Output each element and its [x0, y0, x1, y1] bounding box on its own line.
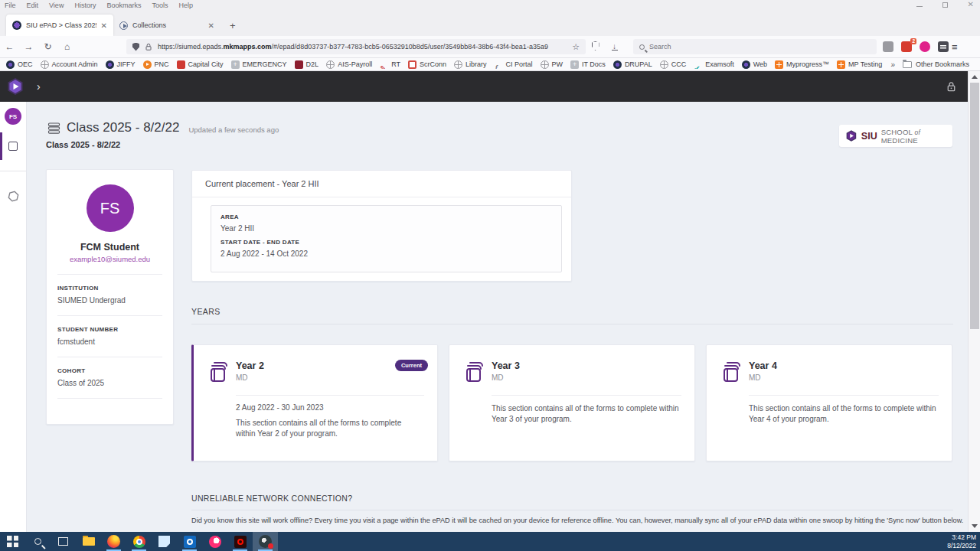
bookmark-item[interactable]: Library	[454, 60, 487, 69]
scrollbar-thumb[interactable]	[970, 83, 979, 329]
sidebar-item-dashboard[interactable]	[0, 131, 26, 161]
extension-pink-icon[interactable]	[920, 41, 930, 52]
tab-close-icon[interactable]: ✕	[101, 21, 107, 30]
extension-dark-icon[interactable]	[938, 41, 949, 52]
firefox-button[interactable]	[101, 532, 126, 551]
bookmark-star-icon[interactable]: ☆	[572, 42, 580, 52]
folder-icon	[83, 537, 95, 546]
url-text: https://siumed.epads.mkmapps.com/#/epad/…	[158, 43, 567, 51]
bookmark-label: PW	[552, 60, 564, 68]
menu-item[interactable]: History	[74, 2, 96, 9]
chrome-icon	[133, 536, 145, 548]
lock-status-icon[interactable]	[946, 80, 957, 93]
bookmark-item[interactable]: Examsoft	[694, 60, 734, 69]
taskbar-search-button[interactable]	[25, 532, 51, 551]
bookmarks-overflow-icon[interactable]: »	[890, 60, 895, 69]
tab-siu-epad[interactable]: SIU ePAD > Class 2025 - 8/2/22 ✕	[6, 15, 113, 36]
notes-app-button[interactable]	[152, 532, 177, 551]
field-label: COHORT	[57, 367, 162, 374]
tab-title: Collections	[132, 21, 204, 29]
bookmark-item[interactable]: DRUPAL	[613, 60, 652, 69]
bookmark-label: Examsoft	[705, 60, 734, 68]
camtasia-button[interactable]	[253, 532, 278, 551]
menu-item[interactable]: Edit	[27, 2, 39, 9]
home-icon[interactable]: ⌂	[57, 41, 77, 52]
taskbar-clock[interactable]: 3:42 PM 8/12/2022	[947, 532, 980, 551]
bookmark-item[interactable]: PW	[541, 60, 564, 69]
menu-item[interactable]: Help	[178, 2, 193, 9]
bookmark-item[interactable]: D2L	[295, 60, 319, 69]
bookmark-item[interactable]: EMERGENCY	[231, 60, 287, 69]
sidebar-avatar[interactable]: FS	[5, 108, 21, 125]
year-card-year4[interactable]: Year 4 MD This section contains all of t…	[706, 344, 952, 461]
url-input[interactable]: https://siumed.epads.mkmapps.com/#/epad/…	[126, 39, 586, 54]
acrobat-button[interactable]	[227, 532, 253, 551]
vertical-scrollbar[interactable]	[968, 71, 980, 532]
clock-time: 3:42 PM	[952, 533, 976, 542]
forward-icon[interactable]: →	[19, 41, 38, 52]
epad-logo-icon[interactable]	[6, 77, 24, 96]
snagit-button[interactable]	[202, 532, 227, 551]
divider	[749, 395, 939, 396]
window-minimize-icon[interactable]	[916, 3, 923, 7]
other-bookmarks-button[interactable]: Other Bookmarks	[903, 60, 969, 68]
bookmark-item[interactable]: AIS-Payroll	[326, 60, 372, 69]
bookmark-item[interactable]: IT Docs	[570, 60, 606, 69]
bookmark-item[interactable]: OEC	[6, 60, 33, 69]
scroll-up-icon[interactable]	[972, 75, 978, 79]
siu-hexagon-icon	[845, 129, 858, 143]
other-bookmarks-label: Other Bookmarks	[916, 60, 969, 68]
window-maximize-icon[interactable]	[942, 2, 948, 8]
bookmark-item[interactable]: Web	[742, 60, 767, 69]
browser-tabbar: SIU ePAD > Class 2025 - 8/2/22 ✕ Collect…	[0, 10, 980, 36]
menu-item[interactable]: Tools	[152, 2, 168, 9]
student-email-link[interactable]: example10@siumed.edu	[47, 255, 173, 263]
windows-taskbar: 3:42 PM 8/12/2022	[0, 532, 980, 551]
scroll-down-icon[interactable]	[972, 524, 978, 528]
pocket-shield-icon[interactable]	[586, 41, 605, 52]
outlook-icon	[184, 536, 196, 548]
refresh-icon[interactable]: ↻	[38, 41, 57, 52]
outlook-button[interactable]	[177, 532, 202, 551]
menu-item[interactable]: Bookmarks	[106, 2, 141, 9]
downloads-icon[interactable]: ↓	[605, 43, 624, 51]
menu-item[interactable]: File	[5, 2, 16, 9]
bookmark-favicon	[660, 60, 668, 69]
bookmark-item[interactable]: Capital City	[177, 60, 224, 69]
bookmark-item[interactable]: CI Portal	[495, 60, 533, 69]
bookmark-item[interactable]: RT	[380, 60, 400, 69]
tab-close-icon[interactable]: ✕	[208, 21, 214, 30]
extension-red-icon[interactable]: 2	[901, 41, 912, 52]
tab-collections[interactable]: Collections ✕	[113, 15, 220, 36]
bookmark-item[interactable]: PNC	[143, 60, 169, 69]
tracking-shield-icon[interactable]	[132, 43, 139, 51]
bookmark-item[interactable]: ScrConn	[408, 60, 446, 69]
search-input[interactable]: Search	[633, 39, 877, 54]
new-tab-icon[interactable]: +	[230, 20, 236, 31]
year-card-year2[interactable]: Year 2 MD Current 2 Aug 2022 - 30 Jun 20…	[191, 344, 438, 461]
extension-grey-icon[interactable]	[883, 41, 893, 52]
task-view-button[interactable]	[51, 532, 76, 551]
file-explorer-button[interactable]	[76, 532, 101, 551]
bookmark-item[interactable]: Account Admin	[41, 60, 98, 69]
current-badge: Current	[395, 360, 428, 371]
menu-item[interactable]: View	[49, 2, 64, 9]
bookmark-item[interactable]: Myprogress™	[775, 60, 829, 69]
start-button[interactable]	[0, 532, 25, 551]
bookmark-label: OEC	[18, 60, 33, 68]
books-icon	[718, 357, 746, 385]
year-card-year3[interactable]: Year 3 MD This section contains all of t…	[449, 344, 695, 461]
sidebar-item-forms[interactable]	[0, 181, 26, 211]
menu-hamburger-icon[interactable]: ≡	[952, 41, 958, 53]
sidebar-expand-icon[interactable]: ›	[37, 80, 41, 93]
bookmark-favicon	[143, 60, 152, 69]
bookmark-favicon	[837, 60, 845, 69]
window-close-icon[interactable]: ✕	[968, 1, 974, 8]
bookmark-item[interactable]: MP Testing	[837, 60, 882, 69]
bookmark-item[interactable]: CCC	[660, 60, 687, 69]
bookmark-label: EMERGENCY	[243, 60, 287, 68]
back-icon[interactable]: ←	[0, 41, 19, 52]
extension-badge: 2	[910, 38, 916, 44]
chrome-button[interactable]	[126, 532, 152, 551]
bookmark-item[interactable]: JIFFY	[106, 60, 136, 69]
